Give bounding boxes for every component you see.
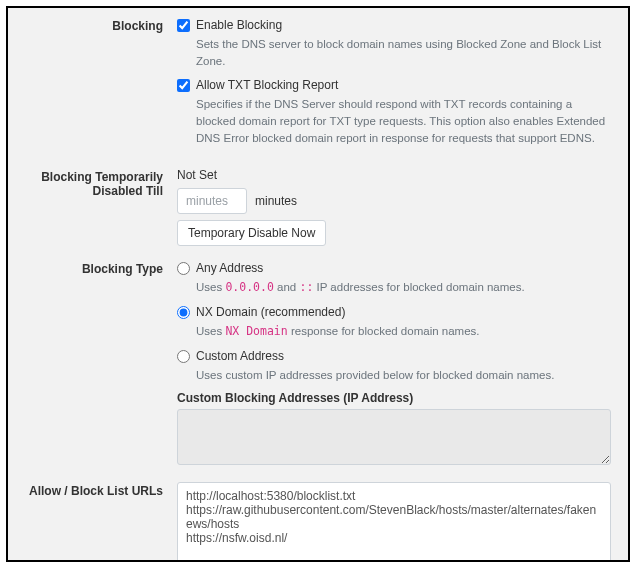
custom-address-help: Uses custom IP addresses provided below … (196, 367, 611, 384)
custom-blocking-addr-title: Custom Blocking Addresses (IP Address) (177, 391, 611, 405)
blocklist-group: Allow / Block List URLs Quick Add OISD N… (17, 482, 619, 562)
allow-txt-label: Allow TXT Blocking Report (196, 77, 338, 93)
temp-disable-value: Not Set (177, 168, 611, 182)
blocking-type-label: Blocking Type (17, 260, 177, 276)
nx-domain-label: NX Domain (recommended) (196, 304, 345, 320)
nx-domain-help: Uses NX Domain response for blocked doma… (196, 323, 611, 340)
enable-blocking-label: Enable Blocking (196, 17, 282, 33)
blocklist-label: Allow / Block List URLs (17, 482, 177, 498)
any-address-radio[interactable] (177, 262, 190, 275)
custom-address-radio[interactable] (177, 350, 190, 363)
enable-blocking-help: Sets the DNS server to block domain name… (196, 36, 611, 69)
allow-txt-help: Specifies if the DNS Server should respo… (196, 96, 611, 146)
blocking-label: Blocking (17, 17, 177, 33)
enable-blocking-checkbox[interactable] (177, 19, 190, 32)
custom-address-label: Custom Address (196, 348, 284, 364)
temp-disable-group: Blocking Temporarily Disabled Till Not S… (17, 168, 619, 246)
minutes-input[interactable] (177, 188, 247, 214)
blocklist-urls-textarea[interactable] (177, 482, 611, 562)
temp-disable-label: Blocking Temporarily Disabled Till (17, 168, 177, 198)
nx-domain-radio[interactable] (177, 306, 190, 319)
any-address-label: Any Address (196, 260, 263, 276)
minutes-unit: minutes (255, 194, 297, 208)
blocking-type-group: Blocking Type Any Address Uses 0.0.0.0 a… (17, 260, 619, 468)
settings-panel: Blocking Enable Blocking Sets the DNS se… (6, 6, 630, 562)
blocking-group: Blocking Enable Blocking Sets the DNS se… (17, 17, 619, 154)
custom-blocking-addr-textarea[interactable] (177, 409, 611, 465)
allow-txt-checkbox[interactable] (177, 79, 190, 92)
any-address-help: Uses 0.0.0.0 and :: IP addresses for blo… (196, 279, 611, 296)
temporary-disable-button[interactable]: Temporary Disable Now (177, 220, 326, 246)
